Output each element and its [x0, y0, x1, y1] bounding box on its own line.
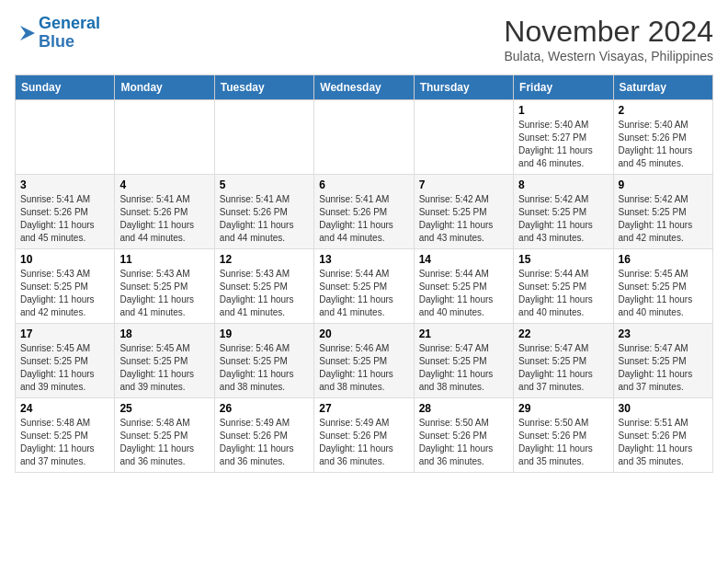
- logo: General Blue: [15, 15, 100, 52]
- day-info: Sunrise: 5:47 AM Sunset: 5:25 PM Dayligh…: [619, 342, 708, 394]
- day-info: Sunrise: 5:42 AM Sunset: 5:25 PM Dayligh…: [419, 193, 508, 245]
- calendar-cell: 22Sunrise: 5:47 AM Sunset: 5:25 PM Dayli…: [514, 324, 613, 398]
- day-info: Sunrise: 5:43 AM Sunset: 5:25 PM Dayligh…: [20, 268, 109, 319]
- month-title: November 2024: [504, 15, 713, 49]
- calendar-cell: 3Sunrise: 5:41 AM Sunset: 5:26 PM Daylig…: [16, 175, 115, 249]
- day-info: Sunrise: 5:43 AM Sunset: 5:25 PM Dayligh…: [220, 268, 309, 319]
- calendar-cell: 20Sunrise: 5:46 AM Sunset: 5:25 PM Dayli…: [314, 324, 414, 398]
- weekday-header-monday: Monday: [115, 75, 214, 100]
- calendar-cell: [414, 100, 513, 175]
- weekday-header-tuesday: Tuesday: [214, 75, 313, 100]
- day-info: Sunrise: 5:49 AM Sunset: 5:26 PM Dayligh…: [220, 417, 309, 468]
- week-row-3: 10Sunrise: 5:43 AM Sunset: 5:25 PM Dayli…: [16, 249, 713, 324]
- weekday-header-friday: Friday: [514, 75, 613, 100]
- calendar-cell: [115, 100, 214, 175]
- calendar-cell: 24Sunrise: 5:48 AM Sunset: 5:25 PM Dayli…: [16, 398, 115, 473]
- weekday-header-sunday: Sunday: [16, 75, 115, 100]
- calendar-cell: 12Sunrise: 5:43 AM Sunset: 5:25 PM Dayli…: [214, 249, 313, 324]
- calendar-cell: 4Sunrise: 5:41 AM Sunset: 5:26 PM Daylig…: [115, 175, 214, 249]
- calendar-cell: 2Sunrise: 5:40 AM Sunset: 5:26 PM Daylig…: [613, 100, 712, 175]
- header: General Blue November 2024 Bulata, Weste…: [15, 15, 713, 63]
- day-number: 8: [518, 178, 608, 191]
- day-info: Sunrise: 5:44 AM Sunset: 5:25 PM Dayligh…: [319, 268, 408, 319]
- day-info: Sunrise: 5:40 AM Sunset: 5:27 PM Dayligh…: [518, 119, 608, 170]
- day-info: Sunrise: 5:47 AM Sunset: 5:25 PM Dayligh…: [518, 342, 608, 394]
- day-number: 27: [319, 402, 408, 415]
- day-number: 29: [518, 402, 608, 415]
- day-number: 7: [419, 178, 508, 191]
- day-number: 15: [518, 253, 608, 266]
- calendar-cell: 7Sunrise: 5:42 AM Sunset: 5:25 PM Daylig…: [414, 175, 513, 249]
- day-info: Sunrise: 5:44 AM Sunset: 5:25 PM Dayligh…: [419, 268, 508, 319]
- title-section: November 2024 Bulata, Western Visayas, P…: [504, 15, 713, 63]
- calendar-cell: 10Sunrise: 5:43 AM Sunset: 5:25 PM Dayli…: [16, 249, 115, 324]
- day-number: 10: [20, 253, 109, 266]
- calendar-cell: 28Sunrise: 5:50 AM Sunset: 5:26 PM Dayli…: [414, 398, 513, 473]
- day-number: 18: [119, 327, 209, 340]
- day-info: Sunrise: 5:41 AM Sunset: 5:26 PM Dayligh…: [220, 193, 309, 245]
- calendar-cell: 29Sunrise: 5:50 AM Sunset: 5:26 PM Dayli…: [514, 398, 613, 473]
- calendar-cell: 13Sunrise: 5:44 AM Sunset: 5:25 PM Dayli…: [314, 249, 414, 324]
- day-info: Sunrise: 5:50 AM Sunset: 5:26 PM Dayligh…: [419, 417, 508, 468]
- calendar-cell: 9Sunrise: 5:42 AM Sunset: 5:25 PM Daylig…: [613, 175, 712, 249]
- calendar-cell: 23Sunrise: 5:47 AM Sunset: 5:25 PM Dayli…: [613, 324, 712, 398]
- day-number: 20: [319, 327, 408, 340]
- calendar-cell: 18Sunrise: 5:45 AM Sunset: 5:25 PM Dayli…: [115, 324, 214, 398]
- day-info: Sunrise: 5:42 AM Sunset: 5:25 PM Dayligh…: [518, 193, 608, 245]
- day-number: 19: [220, 327, 309, 340]
- day-number: 28: [419, 402, 508, 415]
- calendar-cell: [314, 100, 414, 175]
- day-info: Sunrise: 5:44 AM Sunset: 5:25 PM Dayligh…: [518, 268, 608, 319]
- calendar-cell: 21Sunrise: 5:47 AM Sunset: 5:25 PM Dayli…: [414, 324, 513, 398]
- calendar-cell: 27Sunrise: 5:49 AM Sunset: 5:26 PM Dayli…: [314, 398, 414, 473]
- week-row-2: 3Sunrise: 5:41 AM Sunset: 5:26 PM Daylig…: [16, 175, 713, 249]
- day-info: Sunrise: 5:46 AM Sunset: 5:25 PM Dayligh…: [220, 342, 309, 394]
- day-number: 3: [20, 178, 109, 191]
- day-number: 22: [518, 327, 608, 340]
- day-info: Sunrise: 5:45 AM Sunset: 5:25 PM Dayligh…: [119, 342, 209, 394]
- day-number: 1: [518, 104, 608, 117]
- day-number: 2: [619, 104, 708, 117]
- day-number: 13: [319, 253, 408, 266]
- calendar-cell: 11Sunrise: 5:43 AM Sunset: 5:25 PM Dayli…: [115, 249, 214, 324]
- calendar-cell: 17Sunrise: 5:45 AM Sunset: 5:25 PM Dayli…: [16, 324, 115, 398]
- day-info: Sunrise: 5:47 AM Sunset: 5:25 PM Dayligh…: [419, 342, 508, 394]
- day-number: 14: [419, 253, 508, 266]
- calendar-cell: 19Sunrise: 5:46 AM Sunset: 5:25 PM Dayli…: [214, 324, 313, 398]
- day-info: Sunrise: 5:49 AM Sunset: 5:26 PM Dayligh…: [319, 417, 408, 468]
- calendar-cell: 1Sunrise: 5:40 AM Sunset: 5:27 PM Daylig…: [514, 100, 613, 175]
- day-number: 23: [619, 327, 708, 340]
- day-number: 5: [220, 178, 309, 191]
- day-info: Sunrise: 5:41 AM Sunset: 5:26 PM Dayligh…: [20, 193, 109, 245]
- week-row-1: 1Sunrise: 5:40 AM Sunset: 5:27 PM Daylig…: [16, 100, 713, 175]
- day-info: Sunrise: 5:42 AM Sunset: 5:25 PM Dayligh…: [619, 193, 708, 245]
- day-info: Sunrise: 5:48 AM Sunset: 5:25 PM Dayligh…: [20, 417, 109, 468]
- day-number: 6: [319, 178, 408, 191]
- day-number: 24: [20, 402, 109, 415]
- calendar-cell: 14Sunrise: 5:44 AM Sunset: 5:25 PM Dayli…: [414, 249, 513, 324]
- logo-text: General Blue: [39, 15, 100, 52]
- day-info: Sunrise: 5:41 AM Sunset: 5:26 PM Dayligh…: [119, 193, 209, 245]
- day-number: 11: [119, 253, 209, 266]
- calendar-cell: 25Sunrise: 5:48 AM Sunset: 5:25 PM Dayli…: [115, 398, 214, 473]
- location-title: Bulata, Western Visayas, Philippines: [504, 49, 713, 63]
- day-number: 4: [119, 178, 209, 191]
- day-info: Sunrise: 5:40 AM Sunset: 5:26 PM Dayligh…: [619, 119, 708, 170]
- day-info: Sunrise: 5:51 AM Sunset: 5:26 PM Dayligh…: [619, 417, 708, 468]
- week-row-4: 17Sunrise: 5:45 AM Sunset: 5:25 PM Dayli…: [16, 324, 713, 398]
- weekday-header-row: SundayMondayTuesdayWednesdayThursdayFrid…: [16, 75, 713, 100]
- week-row-5: 24Sunrise: 5:48 AM Sunset: 5:25 PM Dayli…: [16, 398, 713, 473]
- calendar-cell: 8Sunrise: 5:42 AM Sunset: 5:25 PM Daylig…: [514, 175, 613, 249]
- day-info: Sunrise: 5:43 AM Sunset: 5:25 PM Dayligh…: [119, 268, 209, 319]
- weekday-header-thursday: Thursday: [414, 75, 513, 100]
- logo-icon: [17, 22, 39, 44]
- calendar-cell: 26Sunrise: 5:49 AM Sunset: 5:26 PM Dayli…: [214, 398, 313, 473]
- day-info: Sunrise: 5:45 AM Sunset: 5:25 PM Dayligh…: [20, 342, 109, 394]
- day-info: Sunrise: 5:45 AM Sunset: 5:25 PM Dayligh…: [619, 268, 708, 319]
- calendar-cell: [214, 100, 313, 175]
- calendar-cell: [16, 100, 115, 175]
- day-info: Sunrise: 5:41 AM Sunset: 5:26 PM Dayligh…: [319, 193, 408, 245]
- day-number: 16: [619, 253, 708, 266]
- day-number: 17: [20, 327, 109, 340]
- calendar-cell: 5Sunrise: 5:41 AM Sunset: 5:26 PM Daylig…: [214, 175, 313, 249]
